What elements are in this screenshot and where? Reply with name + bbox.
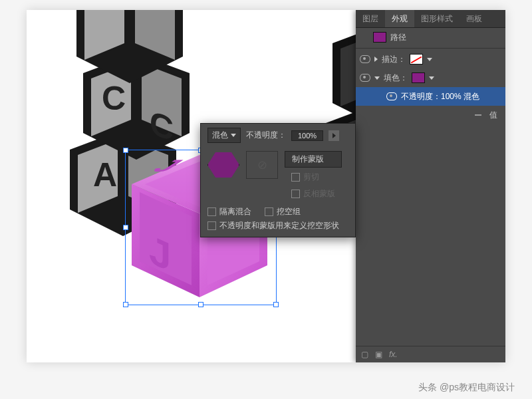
row-fill[interactable]: 填色： bbox=[356, 68, 505, 87]
link-icon bbox=[475, 114, 481, 116]
visibility-toggle-stroke[interactable] bbox=[360, 55, 370, 63]
panel-footer: ▢ ▣ fx. bbox=[356, 346, 505, 362]
tab-appearance[interactable]: 外观 bbox=[385, 10, 414, 27]
svg-text:C: C bbox=[102, 80, 126, 117]
isolate-blend-checkbox[interactable]: 隔离混合 bbox=[201, 205, 258, 219]
expand-fill-icon[interactable] bbox=[374, 76, 380, 80]
handle-ml[interactable] bbox=[123, 225, 128, 230]
swatch-object[interactable] bbox=[373, 32, 386, 43]
fx-icon[interactable]: fx. bbox=[389, 350, 398, 359]
blend-mode-dropdown[interactable]: 混色 bbox=[207, 128, 241, 143]
make-mask-button[interactable]: 制作蒙版 bbox=[285, 151, 342, 168]
row-attr[interactable]: 值 bbox=[356, 106, 505, 124]
handle-bm[interactable] bbox=[198, 302, 203, 307]
visibility-toggle-fill[interactable] bbox=[360, 74, 370, 82]
stroke-swatch[interactable] bbox=[410, 54, 423, 65]
new-fill-icon[interactable]: ▣ bbox=[375, 350, 382, 359]
chevron-down-icon bbox=[231, 134, 236, 137]
new-stroke-icon[interactable]: ▢ bbox=[361, 350, 368, 359]
blend-preview-shape bbox=[207, 151, 239, 179]
canvas[interactable]: A C C bbox=[27, 10, 505, 362]
invert-mask-checkbox: 反相蒙版 bbox=[285, 187, 342, 201]
handle-br[interactable] bbox=[273, 302, 279, 307]
stroke-label: 描边： bbox=[382, 54, 406, 65]
row-stroke[interactable]: 描边： bbox=[356, 50, 505, 68]
object-type-label: 路径 bbox=[390, 32, 406, 43]
fill-label: 填色： bbox=[384, 72, 408, 84]
opacity-slider-button[interactable] bbox=[329, 130, 339, 141]
expand-stroke-icon[interactable] bbox=[374, 57, 378, 62]
opacity-popover: 混色 不透明度： ⊘ 制作蒙版 剪切 反相蒙版 隔离混合 挖空组 bbox=[200, 123, 356, 237]
handle-tl[interactable] bbox=[123, 148, 128, 153]
svg-text:C: C bbox=[150, 104, 174, 148]
watermark-caption: 头条 @ps教程电商设计 bbox=[414, 380, 519, 395]
fill-swatch[interactable] bbox=[412, 72, 425, 83]
opacity-mask-knockout-checkbox[interactable]: 不透明度和蒙版用来定义挖空形状 bbox=[201, 219, 355, 237]
handle-bl[interactable] bbox=[123, 302, 128, 307]
visibility-toggle-opacity[interactable] bbox=[386, 92, 397, 100]
panel-tabs: 图层 外观 图形样式 画板 bbox=[356, 10, 505, 28]
row-object-type: 路径 bbox=[356, 28, 505, 47]
fill-dropdown-icon[interactable] bbox=[429, 76, 434, 80]
stroke-dropdown-icon[interactable] bbox=[427, 58, 432, 61]
app-frame: A C C bbox=[27, 10, 505, 362]
mask-preview[interactable]: ⊘ bbox=[246, 151, 278, 179]
tab-artboards[interactable]: 画板 bbox=[460, 10, 489, 27]
attr-label: 值 bbox=[489, 110, 497, 121]
tab-graphic-styles[interactable]: 图形样式 bbox=[414, 10, 460, 27]
blend-mode-value: 混色 bbox=[212, 130, 228, 141]
opacity-label: 不透明度： bbox=[246, 130, 286, 141]
appearance-panel: 图层 外观 图形样式 画板 路径 描边： 填色： bbox=[356, 10, 505, 362]
opacity-row-label: 不透明度：100% 混色 bbox=[401, 91, 479, 102]
opacity-input[interactable] bbox=[291, 130, 323, 141]
tab-layers[interactable]: 图层 bbox=[356, 10, 385, 27]
clip-checkbox: 剪切 bbox=[285, 170, 342, 184]
row-opacity-selected[interactable]: 不透明度：100% 混色 bbox=[356, 87, 505, 106]
knockout-checkbox[interactable]: 挖空组 bbox=[258, 205, 307, 219]
